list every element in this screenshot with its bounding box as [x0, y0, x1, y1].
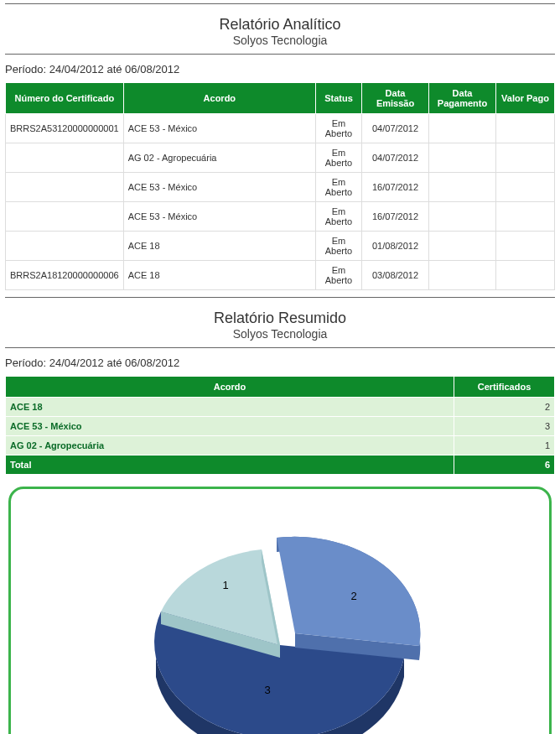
- col-pagamento: Data Pagamento: [429, 83, 496, 114]
- cell-emissao: 04/07/2012: [362, 114, 429, 143]
- cell-emissao: 16/07/2012: [362, 202, 429, 232]
- cell-status: Em Aberto: [316, 202, 362, 232]
- summary-report-title: Relatório Resumido: [5, 310, 555, 327]
- cell-acordo: AG 02 - Agropecuária: [123, 143, 315, 173]
- col-emissao: Data Emissão: [362, 83, 429, 114]
- analytic-period-label: Período: 24/04/2012 até 06/08/2012: [5, 63, 555, 75]
- table-row: ACE 18 Em Aberto 01/08/2012: [6, 232, 555, 261]
- table-row: BRRS2A53120000000001 ACE 53 - México Em …: [6, 114, 555, 143]
- cell-emissao: 16/07/2012: [362, 173, 429, 202]
- cell-acordo: ACE 18: [6, 398, 454, 417]
- cell-cert: [6, 173, 124, 202]
- cell-pagamento: [429, 232, 496, 261]
- cell-status: Em Aberto: [316, 173, 362, 202]
- cell-acordo: ACE 18: [123, 261, 315, 290]
- cell-valor: [496, 114, 555, 143]
- analytic-table: Número do Certificado Acordo Status Data…: [5, 82, 555, 290]
- pie-slice-ace18: [277, 537, 420, 646]
- cell-total-value: 6: [454, 455, 555, 475]
- divider: [5, 54, 555, 55]
- summary-period-label: Período: 24/04/2012 até 06/08/2012: [5, 357, 555, 369]
- cell-status: Em Aberto: [316, 114, 362, 143]
- summary-table: Acordo Certificados ACE 18 2 ACE 53 - Mé…: [5, 376, 555, 475]
- cell-pagamento: [429, 173, 496, 202]
- cell-acordo: ACE 53 - México: [123, 173, 315, 202]
- table-row: ACE 53 - México 3: [6, 417, 555, 436]
- cell-acordo: ACE 53 - México: [6, 417, 454, 436]
- cell-count: 3: [454, 417, 555, 436]
- cell-cert: BRRS2A53120000000001: [6, 114, 124, 143]
- cell-valor: [496, 143, 555, 173]
- pie-label-ace18: 2: [350, 590, 356, 602]
- table-row: AG 02 - Agropecuária 1: [6, 436, 555, 455]
- cell-cert: [6, 232, 124, 261]
- cell-pagamento: [429, 261, 496, 290]
- cell-count: 1: [454, 436, 555, 455]
- cell-pagamento: [429, 202, 496, 232]
- divider: [5, 297, 555, 298]
- cell-count: 2: [454, 398, 555, 417]
- cell-status: Em Aberto: [316, 232, 362, 261]
- cell-emissao: 04/07/2012: [362, 143, 429, 173]
- table-row: AG 02 - Agropecuária Em Aberto 04/07/201…: [6, 143, 555, 173]
- col-cert-num: Número do Certificado: [6, 83, 124, 114]
- cell-cert: [6, 143, 124, 173]
- table-row: BRRS2A18120000000006 ACE 18 Em Aberto 03…: [6, 261, 555, 290]
- table-row: ACE 53 - México Em Aberto 16/07/2012: [6, 202, 555, 232]
- cell-acordo: ACE 53 - México: [123, 114, 315, 143]
- cell-acordo: ACE 53 - México: [123, 202, 315, 232]
- col-acordo: Acordo: [123, 83, 315, 114]
- cell-emissao: 03/08/2012: [362, 261, 429, 290]
- col-certificados: Certificados: [454, 377, 555, 398]
- table-row: ACE 53 - México Em Aberto 16/07/2012: [6, 173, 555, 202]
- analytic-report-title: Relatório Analítico: [5, 16, 555, 34]
- pie-chart: 2 1 3: [79, 511, 481, 734]
- cell-status: Em Aberto: [316, 143, 362, 173]
- cell-valor: [496, 202, 555, 232]
- cell-valor: [496, 232, 555, 261]
- table-row: ACE 18 2: [6, 398, 555, 417]
- cell-emissao: 01/08/2012: [362, 232, 429, 261]
- cell-acordo: AG 02 - Agropecuária: [6, 436, 454, 455]
- total-row: Total 6: [6, 455, 555, 475]
- cell-cert: [6, 202, 124, 232]
- cell-valor: [496, 173, 555, 202]
- cell-pagamento: [429, 143, 496, 173]
- pie-label-ace53: 3: [264, 684, 270, 696]
- cell-status: Em Aberto: [316, 261, 362, 290]
- pie-slice-ace18-group: 2: [277, 537, 420, 660]
- analytic-report-subtitle: Solyos Tecnologia: [5, 34, 555, 47]
- col-acordo: Acordo: [6, 377, 454, 398]
- cell-total-label: Total: [6, 455, 454, 475]
- divider: [5, 347, 555, 348]
- chart-panel: 2 1 3 ACE 53 - México AG 02 - Agropecuár…: [8, 487, 552, 734]
- cell-valor: [496, 261, 555, 290]
- col-valor-pago: Valor Pago: [496, 83, 555, 114]
- cell-cert: BRRS2A18120000000006: [6, 261, 124, 290]
- summary-report-subtitle: Solyos Tecnologia: [5, 327, 555, 341]
- cell-acordo: ACE 18: [123, 232, 315, 261]
- cell-pagamento: [429, 114, 496, 143]
- top-divider: [5, 3, 555, 4]
- col-status: Status: [316, 83, 362, 114]
- pie-label-ag02: 1: [222, 579, 228, 591]
